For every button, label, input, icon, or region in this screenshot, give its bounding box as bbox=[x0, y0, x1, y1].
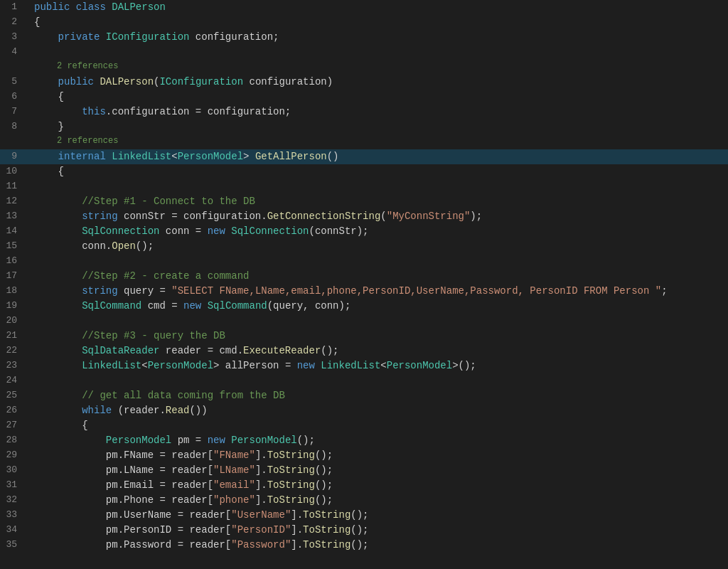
token: { bbox=[82, 420, 87, 431]
line-content: conn.Open(); bbox=[31, 239, 728, 254]
token: configuration) bbox=[243, 76, 333, 87]
code-line: 14 SqlConnection conn = new SqlConnectio… bbox=[0, 224, 728, 239]
code-line: 25 // get all data coming from the DB bbox=[0, 388, 728, 403]
token: configuration; bbox=[189, 31, 279, 43]
line-content: { bbox=[31, 418, 728, 433]
token: this bbox=[82, 106, 106, 117]
token: Open bbox=[112, 240, 136, 252]
token: PersonModel bbox=[178, 151, 243, 162]
line-number: 35 bbox=[0, 538, 28, 552]
code-line: 30 pm.LName = reader["LName"].ToString()… bbox=[0, 463, 728, 478]
line-content: //Step #2 - create a command bbox=[31, 269, 728, 284]
line-number: 23 bbox=[0, 358, 28, 373]
line-content: while (reader.Read()) bbox=[31, 403, 728, 418]
code-line: 4 bbox=[0, 45, 728, 60]
code-line: 2{ bbox=[0, 15, 728, 30]
token: pm.FName = reader[ bbox=[106, 450, 213, 461]
token: < bbox=[171, 151, 177, 162]
token: PersonModel bbox=[387, 360, 452, 371]
token: //Step #3 - query the DB bbox=[82, 330, 225, 341]
code-line: 35 pm.Password = reader["Password"].ToSt… bbox=[0, 538, 728, 553]
token: new bbox=[208, 435, 225, 446]
token: ToString bbox=[267, 479, 315, 491]
code-line: 32 pm.Phone = reader["phone"].ToString()… bbox=[0, 493, 728, 508]
line-content: SqlDataReader reader = cmd.ExecuteReader… bbox=[31, 344, 728, 358]
token: new bbox=[297, 360, 315, 371]
token: ToString bbox=[267, 494, 315, 506]
token: (); bbox=[315, 450, 333, 461]
token: GetConnectionString bbox=[267, 211, 381, 222]
token: ); bbox=[470, 211, 482, 222]
code-line: 13 string connStr = configuration.GetCon… bbox=[0, 209, 728, 224]
line-content: pm.FName = reader["FName"].ToString(); bbox=[31, 448, 728, 463]
token: ToString bbox=[303, 524, 350, 536]
code-line: 3 private IConfiguration configuration; bbox=[0, 30, 728, 45]
line-number: 18 bbox=[0, 284, 28, 298]
line-number: 11 bbox=[0, 179, 28, 193]
token: (); bbox=[315, 464, 333, 476]
token: internal bbox=[58, 151, 106, 162]
code-line: 15 conn.Open(); bbox=[0, 239, 728, 254]
line-content: { bbox=[31, 15, 728, 30]
token: // get all data coming from the DB bbox=[82, 390, 285, 401]
token: ExecuteReader bbox=[243, 345, 321, 356]
line-content: public DALPerson(IConfiguration configur… bbox=[31, 75, 728, 90]
line-number: 6 bbox=[0, 90, 28, 104]
token bbox=[100, 31, 105, 43]
code-line: 33 pm.UserName = reader["UserName"].ToSt… bbox=[0, 508, 728, 523]
token: public bbox=[58, 76, 94, 87]
line-number: 9 bbox=[0, 149, 28, 164]
token: ]. bbox=[291, 524, 303, 536]
token: { bbox=[34, 16, 40, 28]
line-content: pm.UserName = reader["UserName"].ToStrin… bbox=[31, 508, 728, 523]
line-number: 30 bbox=[0, 463, 28, 477]
token: (); bbox=[350, 509, 368, 521]
code-line: 29 pm.FName = reader["FName"].ToString()… bbox=[0, 448, 728, 463]
line-number: 1 bbox=[0, 0, 28, 14]
token bbox=[70, 1, 75, 13]
token: (); bbox=[350, 539, 368, 551]
token: ]. bbox=[255, 494, 267, 506]
line-number: 17 bbox=[0, 269, 28, 283]
line-content: pm.Phone = reader["phone"].ToString(); bbox=[31, 493, 728, 508]
line-number: 10 bbox=[0, 164, 28, 179]
line-number: 24 bbox=[0, 373, 28, 388]
token: () bbox=[327, 151, 339, 162]
code-line: 1public class DALPerson bbox=[0, 0, 728, 15]
token: "SELECT FName,LName,email,phone,PersonID… bbox=[171, 285, 661, 297]
token: connStr = configuration. bbox=[118, 211, 267, 222]
token: "FName" bbox=[213, 450, 255, 461]
line-number: 15 bbox=[0, 239, 28, 253]
token: //Step #2 - create a command bbox=[82, 270, 249, 282]
token: SqlCommand bbox=[208, 300, 267, 312]
code-line: 12 //Step #1 - Connect to the DB bbox=[0, 194, 728, 209]
token: "phone" bbox=[213, 494, 255, 506]
token: LinkedList bbox=[321, 360, 380, 371]
token: pm.LName = reader[ bbox=[106, 464, 213, 476]
token: PersonModel bbox=[148, 360, 213, 371]
line-number: 19 bbox=[0, 299, 28, 313]
line-content bbox=[31, 373, 728, 388]
line-content: LinkedList<PersonModel> allPerson = new … bbox=[31, 358, 728, 373]
token: "MyConnString" bbox=[387, 211, 471, 222]
token: //Step #1 - Connect to the DB bbox=[82, 196, 255, 207]
code-line: 11 bbox=[0, 179, 728, 194]
line-number: 25 bbox=[0, 388, 28, 403]
code-line: 20 bbox=[0, 314, 728, 329]
token: ]. bbox=[255, 479, 267, 491]
code-line: 2 references bbox=[0, 60, 728, 75]
token bbox=[201, 300, 207, 312]
token: "PersonID" bbox=[231, 524, 291, 536]
line-number: 26 bbox=[0, 403, 28, 418]
line-content: PersonModel pm = new PersonModel(); bbox=[31, 433, 728, 448]
line-number: 16 bbox=[0, 254, 28, 268]
code-line: 24 bbox=[0, 373, 728, 388]
token: while bbox=[82, 405, 112, 416]
token: "UserName" bbox=[231, 509, 291, 521]
token: pm.UserName = reader[ bbox=[106, 509, 231, 521]
line-content: 2 references bbox=[31, 134, 728, 147]
token: < bbox=[380, 360, 386, 371]
code-line: 23 LinkedList<PersonModel> allPerson = n… bbox=[0, 358, 728, 373]
line-content: string query = "SELECT FName,LName,email… bbox=[31, 284, 728, 299]
token: ToString bbox=[303, 539, 350, 551]
